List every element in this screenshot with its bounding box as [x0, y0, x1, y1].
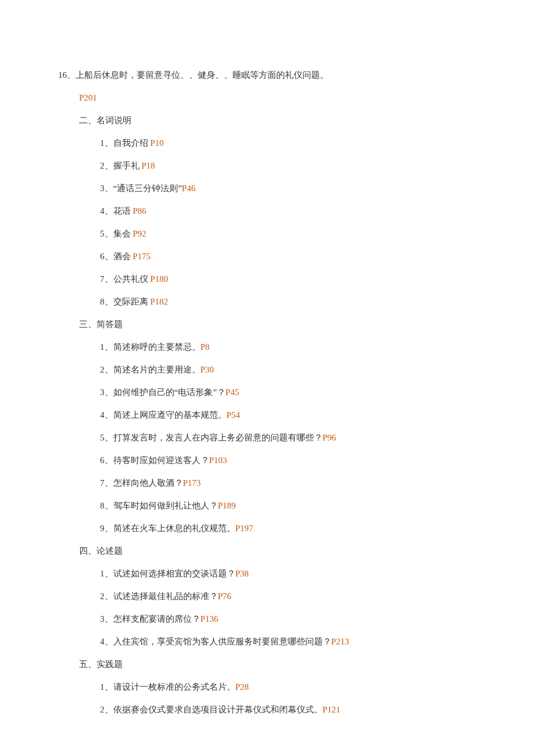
- doc-line: 16、上船后休息时，要留意寻位、、健身、、睡眠等方面的礼仪问题。: [58, 64, 477, 87]
- line-text: 16、上船后休息时，要留意寻位、、健身、、睡眠等方面的礼仪问题。: [58, 70, 329, 80]
- page-reference: P86: [133, 206, 146, 216]
- page-reference: P54: [227, 410, 240, 420]
- line-text: 4、花语: [100, 206, 133, 216]
- doc-line: 5、集会 P92: [58, 223, 477, 245]
- line-text: 6、待客时应如何迎送客人？: [100, 456, 209, 465]
- page-reference: P38: [236, 569, 249, 578]
- doc-line: 2、握手礼 P18: [58, 155, 477, 177]
- doc-line: 5、打算发言时，发言人在内容上务必留意的问题有哪些？P96: [58, 427, 477, 449]
- line-text: 7、公共礼仪: [100, 274, 150, 284]
- doc-line: 4、入住宾馆，享受宾馆为客人供应服务时要留意哪些问题？P213: [58, 630, 477, 653]
- page-reference: P103: [209, 456, 227, 465]
- doc-line: 2、试述选择最佳礼品的标准？P76: [58, 585, 477, 608]
- doc-line: 1、请设计一枚标准的公务式名片。P28: [58, 676, 477, 698]
- page-reference: P180: [150, 274, 168, 284]
- document-page: 16、上船后休息时，要留意寻位、、健身、、睡眠等方面的礼仪问题。P201二、名词…: [0, 0, 535, 756]
- line-text: 二、名词说明: [79, 116, 131, 125]
- line-text: 1、试述如何选择相宜的交谈话题？: [100, 569, 236, 578]
- doc-line: 1、自我介绍 P10: [58, 132, 477, 155]
- line-text: 9、简述在火车上休息的礼仪规范。: [100, 524, 236, 533]
- line-text: 2、握手礼: [100, 161, 141, 170]
- doc-line: 6、酒会 P175: [58, 245, 477, 268]
- page-reference: P46: [182, 184, 195, 193]
- line-text: 1、请设计一枚标准的公务式名片。: [100, 682, 236, 691]
- line-text: 5、打算发言时，发言人在内容上务必留意的问题有哪些？: [100, 433, 323, 442]
- line-text: 2、依据赛会仪式要求自选项目设计开幕仪式和闭幕仪式。: [100, 705, 323, 714]
- line-text: 四、论述题: [79, 546, 123, 556]
- line-text: 3、怎样支配宴请的席位？: [100, 614, 201, 624]
- line-text: 1、简述称呼的主要禁忌。: [100, 342, 201, 352]
- line-text: 4、入住宾馆，享受宾馆为客人供应服务时要留意哪些问题？: [100, 637, 331, 646]
- page-reference: P8: [201, 342, 210, 352]
- line-text: 三、简答题: [79, 320, 123, 329]
- line-text: 5、集会: [100, 229, 133, 238]
- page-reference: P30: [201, 365, 214, 374]
- page-reference: P45: [226, 388, 239, 397]
- line-text: 2、试述选择最佳礼品的标准？: [100, 592, 218, 601]
- page-reference: P136: [201, 614, 219, 624]
- page-reference: P182: [150, 297, 168, 306]
- page-reference: P175: [133, 252, 151, 261]
- line-text: 2、简述名片的主要用途。: [100, 365, 201, 374]
- line-text: 8、交际距离: [100, 297, 150, 306]
- page-reference: P18: [141, 161, 155, 170]
- page-reference: P10: [150, 138, 163, 148]
- page-reference: P201: [79, 93, 97, 102]
- doc-line: 1、试述如何选择相宜的交谈话题？P38: [58, 562, 477, 585]
- line-text: 五、实践题: [79, 660, 123, 669]
- doc-line: 9、简述在火车上休息的礼仪规范。P197: [58, 517, 477, 540]
- line-text: 4、简述上网应遵守的基本规范。: [100, 410, 227, 420]
- page-reference: P121: [323, 705, 341, 714]
- line-text: 3、“通话三分钟法则”: [100, 184, 182, 193]
- line-text: 8、驾车时如何做到礼让他人？: [100, 501, 218, 510]
- doc-line: 2、简述名片的主要用途。P30: [58, 359, 477, 381]
- doc-line: 1、简述称呼的主要禁忌。P8: [58, 336, 477, 359]
- doc-line: 7、怎样向他人敬酒？P173: [58, 472, 477, 495]
- doc-line: 三、简答题: [58, 313, 477, 336]
- doc-line: 8、交际距离 P182: [58, 291, 477, 313]
- doc-line: 2、依据赛会仪式要求自选项目设计开幕仪式和闭幕仪式。P121: [58, 698, 477, 721]
- line-text: 1、自我介绍: [100, 138, 150, 148]
- page-reference: P92: [133, 229, 146, 238]
- page-reference: P28: [236, 682, 249, 691]
- page-reference: P76: [218, 592, 231, 601]
- doc-line: 五、实践题: [58, 653, 477, 676]
- page-reference: P213: [331, 637, 349, 646]
- doc-line: 3、怎样支配宴请的席位？P136: [58, 608, 477, 630]
- doc-line: 4、简述上网应遵守的基本规范。P54: [58, 404, 477, 427]
- line-text: 7、怎样向他人敬酒？: [100, 478, 183, 488]
- doc-line: 8、驾车时如何做到礼让他人？P189: [58, 495, 477, 517]
- doc-line: 二、名词说明: [58, 109, 477, 132]
- line-text: 3、如何维护自己的“电话形象”？: [100, 388, 226, 397]
- doc-line: 四、论述题: [58, 540, 477, 562]
- page-reference: P173: [183, 478, 201, 488]
- doc-line: 6、待客时应如何迎送客人？P103: [58, 449, 477, 472]
- doc-line: 7、公共礼仪 P180: [58, 268, 477, 291]
- page-reference: P197: [236, 524, 254, 533]
- doc-line: 4、花语 P86: [58, 200, 477, 223]
- doc-line: 3、“通话三分钟法则”P46: [58, 177, 477, 200]
- page-reference: P96: [323, 433, 336, 442]
- line-text: 6、酒会: [100, 252, 133, 261]
- doc-line: P201: [58, 87, 477, 109]
- page-reference: P189: [218, 501, 236, 510]
- doc-line: 3、如何维护自己的“电话形象”？P45: [58, 381, 477, 404]
